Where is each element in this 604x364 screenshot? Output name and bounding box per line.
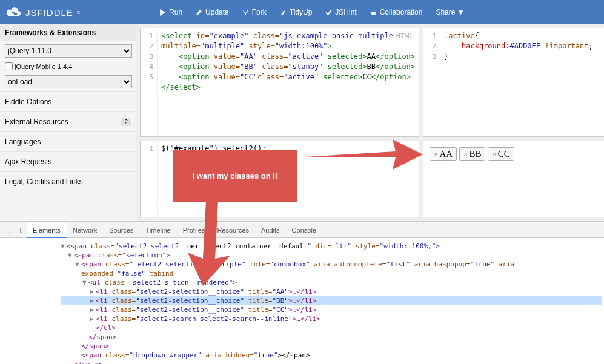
result-pane: ×AA ×BB ×CC <box>423 141 604 217</box>
sidebar-item-languages[interactable]: Languages <box>0 131 136 151</box>
jshint-button[interactable]: JSHint <box>319 4 362 20</box>
dom-node[interactable]: expanded="false" tabind <box>61 269 602 278</box>
resources-badge: 2 <box>121 118 131 126</box>
dom-node[interactable]: <span class="dropdown-wrapper" aria-hidd… <box>61 351 602 360</box>
remove-icon[interactable]: × <box>492 150 496 159</box>
pencil-icon <box>196 9 202 16</box>
sidebar-heading: Frameworks & Extensions <box>0 24 136 41</box>
remove-icon[interactable]: × <box>463 150 468 159</box>
devtools-tabs: ⬚ ▯ ElementsNetworkSourcesTimelineProfil… <box>0 222 604 238</box>
dom-node[interactable]: </span> <box>61 342 602 351</box>
devtools-tab-audits[interactable]: Audits <box>255 223 286 237</box>
html-editor[interactable]: HTML 12345 <select id="example" class="j… <box>140 28 419 137</box>
check-icon <box>325 9 332 16</box>
css-editor[interactable]: 123 .active{ background:#ADD0EF !importa… <box>423 28 604 137</box>
dom-node[interactable]: ▼<span class="selection"> <box>61 251 602 260</box>
brand-text: JSFIDDLE <box>25 7 73 18</box>
svg-point-0 <box>371 11 376 15</box>
update-button[interactable]: Update <box>190 4 235 20</box>
cloud-icon <box>6 7 22 18</box>
arrow-down-icon <box>182 201 242 286</box>
sidebar-item-fiddle-options[interactable]: Fiddle Options <box>0 91 136 111</box>
sidebar-item-external-resources[interactable]: External Resources2 <box>0 111 136 131</box>
devtools-tab-sources[interactable]: Sources <box>103 223 139 237</box>
devtools-panel: ⬚ ▯ ElementsNetworkSourcesTimelineProfil… <box>0 221 604 364</box>
collaboration-button[interactable]: Collaboration <box>364 4 429 20</box>
devtools-tab-network[interactable]: Network <box>67 223 103 237</box>
jquery-mobile-checkbox[interactable]: jQuery Mobile 1.4.4 <box>0 61 136 72</box>
cloud-icon <box>370 9 377 16</box>
fork-button[interactable]: Fork <box>236 4 273 20</box>
run-button[interactable]: Run <box>153 4 188 20</box>
logo[interactable]: JSFIDDLE α <box>6 7 81 18</box>
share-button[interactable]: Share ▼ <box>430 4 470 20</box>
chip-bb[interactable]: ×BB <box>459 147 485 161</box>
sidebar-item-legal[interactable]: Legal, Credits and Links <box>0 171 136 191</box>
annotation-callout: I want my classes on li <box>173 150 297 202</box>
alpha-badge: α <box>77 9 81 15</box>
sidebar: Frameworks & Extensions jQuery 1.11.0 jQ… <box>0 24 136 221</box>
dom-node[interactable]: </span> <box>61 360 602 364</box>
dom-node[interactable]: ▶<li class="select2-selection__choice" t… <box>61 296 602 305</box>
onload-select[interactable]: onLoad <box>5 75 132 88</box>
chip-aa[interactable]: ×AA <box>430 147 457 161</box>
dom-node[interactable]: ▶<li class="select2-search select2-searc… <box>61 314 602 323</box>
dom-node[interactable]: </ul> <box>61 323 602 333</box>
dom-node[interactable]: ▼<span class=" elect2-selection--multipl… <box>61 260 602 269</box>
dom-node[interactable]: ▼<ul class="select2-s tion__rendered"> <box>61 278 602 287</box>
inspect-icon[interactable]: ⬚ <box>2 226 16 234</box>
dom-node[interactable]: ▼<span class="select2 select2- ner selec… <box>61 242 602 251</box>
sidebar-item-ajax-requests[interactable]: Ajax Requests <box>0 151 136 171</box>
dom-node[interactable]: </span> <box>61 333 602 342</box>
devtools-tab-timeline[interactable]: Timeline <box>140 223 177 237</box>
html-label: HTML <box>393 31 416 41</box>
fork-icon <box>242 9 249 16</box>
dom-node[interactable]: ▶<li class="select2-selection__choice" t… <box>61 305 602 314</box>
html-code: <select id="example" class="js-example-b… <box>141 28 419 95</box>
broom-icon <box>280 9 287 16</box>
css-code: .active{ background:#ADD0EF !important; … <box>423 28 604 64</box>
top-toolbar: JSFIDDLE α Run Update Fork TidyUp JSHint… <box>0 0 604 24</box>
chip-cc[interactable]: ×CC <box>488 147 514 161</box>
play-icon <box>159 9 166 16</box>
elements-tree[interactable]: ▼<span class="select2 select2- ner selec… <box>0 238 604 364</box>
devtools-tab-console[interactable]: Console <box>286 223 322 237</box>
dom-node[interactable]: ▶<li class="select2-selection__choice" t… <box>61 287 602 296</box>
device-icon[interactable]: ▯ <box>16 226 27 234</box>
devtools-tab-elements[interactable]: Elements <box>27 223 67 238</box>
tidyup-button[interactable]: TidyUp <box>274 4 319 20</box>
remove-icon[interactable]: × <box>434 150 438 159</box>
framework-select[interactable]: jQuery 1.11.0 <box>5 44 132 58</box>
arrow-right-icon <box>296 136 423 173</box>
